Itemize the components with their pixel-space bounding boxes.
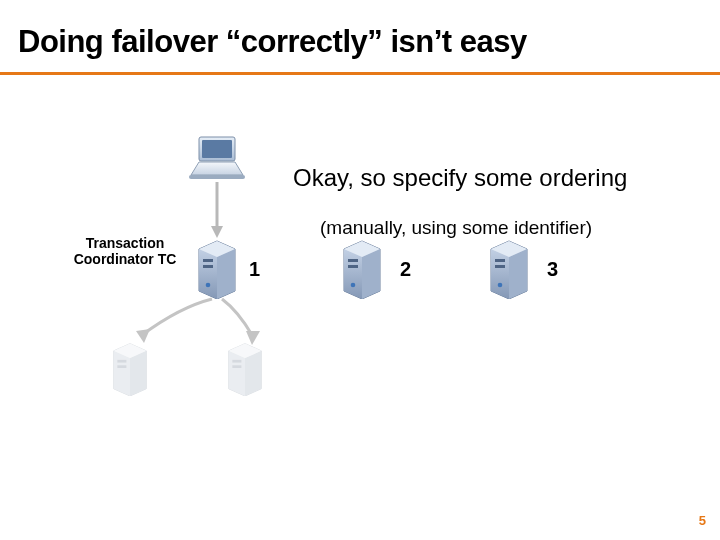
server-label-3: 3 xyxy=(547,258,558,281)
svg-rect-3 xyxy=(189,175,245,179)
svg-rect-34 xyxy=(117,365,126,368)
svg-rect-17 xyxy=(348,259,358,262)
svg-point-12 xyxy=(206,283,211,288)
svg-marker-15 xyxy=(362,249,380,299)
server-icon xyxy=(225,340,265,396)
svg-marker-37 xyxy=(245,351,261,396)
arrow-down-icon xyxy=(209,182,225,238)
laptop-icon xyxy=(185,135,249,183)
body-line-1: Okay, so specify some ordering xyxy=(293,164,627,192)
svg-marker-30 xyxy=(114,351,130,396)
arrow-diag-left-icon xyxy=(130,297,220,345)
tc-label: Transaction Coordinator TC xyxy=(65,235,185,267)
svg-marker-8 xyxy=(217,249,235,299)
svg-marker-2 xyxy=(191,162,243,175)
svg-marker-21 xyxy=(491,249,509,299)
server-icon xyxy=(195,237,239,299)
svg-rect-40 xyxy=(232,365,241,368)
svg-marker-14 xyxy=(344,249,362,299)
server-icon xyxy=(487,237,531,299)
svg-marker-36 xyxy=(229,351,245,396)
body-line-2: (manually, using some identifier) xyxy=(320,217,592,239)
svg-rect-10 xyxy=(203,259,213,262)
server-icon xyxy=(340,237,384,299)
svg-point-26 xyxy=(498,283,503,288)
svg-rect-25 xyxy=(495,265,505,268)
svg-rect-18 xyxy=(348,265,358,268)
slide-title: Doing failover “correctly” isn’t easy xyxy=(18,24,527,60)
arrow-diag-right-icon xyxy=(218,297,266,345)
svg-rect-33 xyxy=(117,360,126,363)
server-icon xyxy=(110,340,150,396)
svg-point-19 xyxy=(351,283,356,288)
title-underline xyxy=(0,72,720,75)
svg-marker-22 xyxy=(509,249,527,299)
server-label-2: 2 xyxy=(400,258,411,281)
svg-marker-7 xyxy=(199,249,217,299)
server-label-1: 1 xyxy=(249,258,260,281)
svg-rect-24 xyxy=(495,259,505,262)
svg-rect-11 xyxy=(203,265,213,268)
svg-rect-1 xyxy=(202,140,232,158)
svg-marker-31 xyxy=(130,351,146,396)
svg-rect-39 xyxy=(232,360,241,363)
page-number: 5 xyxy=(699,513,706,528)
